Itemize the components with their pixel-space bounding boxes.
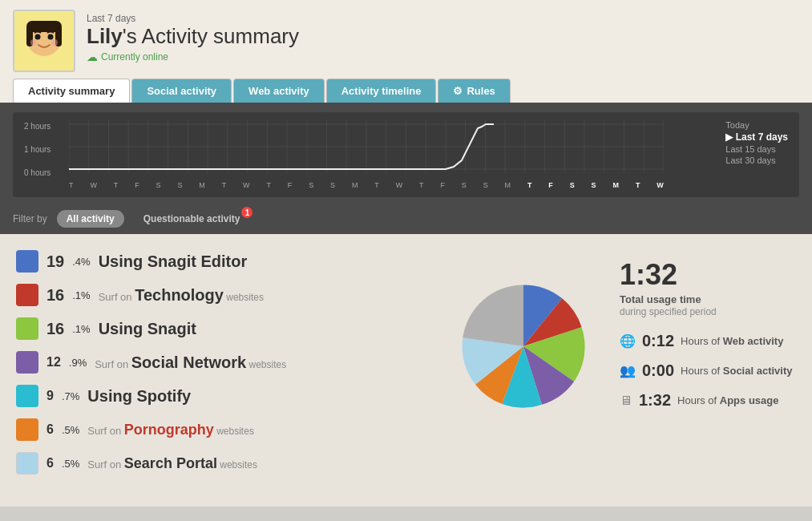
web-time-value: 0:12 [642, 332, 674, 350]
x-label: S [570, 181, 575, 189]
avatar [13, 10, 75, 72]
pct-big: 6 [46, 456, 54, 471]
title-suffix: 's Activity summary [123, 24, 299, 48]
tab-social-activity[interactable]: Social activity [131, 79, 232, 103]
chart-container: 2 hours 1 hours 0 hours [13, 112, 799, 197]
svg-point-8 [51, 39, 58, 46]
time-range-panel: Today ▶ Last 7 days Last 15 days Last 30… [725, 120, 788, 165]
pct-big: 6 [46, 422, 54, 437]
x-label: W [90, 181, 97, 189]
tab-rules[interactable]: ⚙ Rules [438, 79, 510, 103]
list-item: 16.1% Surf on Technology websites [16, 284, 427, 306]
x-label: T [374, 181, 379, 189]
x-label: M [199, 181, 205, 189]
header-text-block: Last 7 days Lily's Activity summary ☁ Cu… [87, 10, 299, 63]
pct-big: 16 [46, 320, 64, 338]
tab-activity-summary[interactable]: Activity summary [13, 79, 130, 103]
tab-activity-timeline[interactable]: Activity timeline [326, 79, 437, 103]
activity-name: Surf on Search Portal websites [87, 455, 257, 472]
y-label-1h: 1 hours [24, 145, 50, 154]
last15-option[interactable]: Last 15 days [725, 144, 788, 154]
filter-all-activity[interactable]: All activity [57, 210, 124, 228]
pct-small: .1% [72, 323, 90, 335]
last7-option[interactable]: ▶ Last 7 days [725, 131, 788, 143]
pct-big: 9 [46, 389, 54, 403]
color-indicator [16, 385, 38, 407]
pct-small: .9% [69, 357, 87, 369]
pct-small: .7% [62, 390, 79, 402]
filter-label: Filter by [13, 213, 47, 224]
web-activity-stat: 🌐 0:12 Hours of Web activity [620, 332, 796, 350]
tab-web-activity[interactable]: Web activity [233, 79, 325, 103]
people-icon: 👥 [620, 363, 636, 378]
list-item: 19.4% Using Snagit Editor [16, 250, 427, 273]
svg-point-7 [30, 39, 37, 46]
x-label: M [352, 181, 358, 189]
chart-svg [69, 120, 664, 180]
pct-big: 16 [46, 286, 64, 305]
list-item: 12.9% Surf on Social Network websites [16, 351, 427, 374]
cloud-icon: ☁ [87, 50, 98, 63]
x-label: T [69, 181, 74, 189]
user-name: Lily [87, 24, 123, 48]
x-label: M [613, 181, 620, 189]
social-time-label: Hours of Social activity [681, 365, 792, 377]
x-label: S [177, 181, 182, 189]
x-label: S [330, 181, 335, 189]
list-item: 6.5% Surf on Search Portal websites [16, 452, 427, 475]
total-time-label: Total usage time [620, 293, 701, 305]
gear-icon: ⚙ [453, 85, 463, 97]
rules-label: Rules [467, 85, 495, 97]
x-label: T [266, 181, 271, 189]
x-label: W [243, 181, 250, 189]
activity-name: Using Spotify [87, 387, 191, 406]
y-label-0h: 0 hours [24, 168, 50, 177]
x-label: F [288, 181, 293, 189]
apps-icon: 🖥 [620, 394, 632, 408]
period-label: Last 7 days [87, 13, 299, 24]
pct-small: .4% [72, 256, 90, 268]
total-time-value: 1:32 [620, 258, 677, 291]
activity-name: Surf on Pornography websites [87, 422, 254, 438]
pie-chart-area [443, 250, 604, 418]
tab-bar: Activity summary Social activity Web act… [0, 72, 812, 103]
x-label: M [505, 181, 511, 189]
last30-option[interactable]: Last 30 days [725, 155, 788, 165]
list-item: 6.5% Surf on Pornography websites [16, 418, 427, 441]
x-label: S [309, 181, 313, 189]
color-indicator [16, 284, 38, 306]
list-item: 9.7% Using Spotify [16, 385, 427, 407]
color-indicator [16, 317, 38, 340]
main-content: 19.4% Using Snagit Editor 16.1% Surf on … [0, 234, 812, 507]
online-status: ☁ Currently online [87, 50, 299, 63]
social-activity-stat: 👥 0:00 Hours of Social activity [620, 361, 796, 380]
pct-big: 19 [46, 252, 64, 271]
stats-panel: 1:32 Total usage time during specified p… [620, 250, 796, 421]
x-label: S [156, 181, 161, 189]
x-label: T [527, 181, 532, 189]
color-indicator [16, 351, 38, 374]
x-label: T [222, 181, 227, 189]
activity-list: 19.4% Using Snagit Editor 16.1% Surf on … [16, 250, 427, 486]
apps-usage-stat: 🖥 1:32 Hours of Apps usage [620, 391, 796, 410]
color-indicator [16, 452, 38, 475]
pct-big: 12 [46, 355, 61, 370]
status-text: Currently online [101, 51, 168, 63]
y-label-2h: 2 hours [24, 122, 50, 131]
pie-chart [451, 274, 596, 418]
x-label: F [440, 181, 445, 189]
apps-time-label: Hours of Apps usage [677, 394, 778, 406]
x-label: S [462, 181, 467, 189]
x-label: F [548, 181, 553, 189]
svg-point-5 [35, 34, 41, 40]
x-label: W [396, 181, 403, 189]
x-label: S [592, 181, 596, 189]
today-option[interactable]: Today [725, 120, 788, 130]
color-indicator [16, 418, 38, 441]
filter-questionable-activity[interactable]: Questionable activity [134, 210, 250, 228]
list-item: 16.1% Using Snagit [16, 317, 427, 340]
activity-name: Surf on Technology websites [99, 286, 264, 305]
chart-section: 2 hours 1 hours 0 hours [0, 103, 812, 204]
pct-small: .1% [72, 289, 90, 301]
filter-questionable-wrapper: Questionable activity 1 [134, 210, 250, 228]
